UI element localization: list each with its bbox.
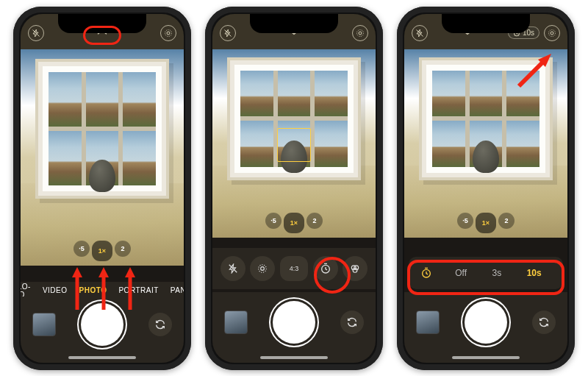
svg-point-7: [261, 266, 265, 270]
home-indicator[interactable]: [260, 356, 328, 359]
camera-app-screen: ·5 1× 2 4:3: [212, 14, 376, 363]
zoom-0-5x[interactable]: ·5: [74, 241, 90, 257]
filters-tool-icon[interactable]: [343, 256, 368, 281]
flash-icon[interactable]: [220, 25, 236, 41]
timer-options: Off 3s 10s: [442, 268, 554, 278]
device-notch: [58, 14, 146, 33]
mode-pano[interactable]: PANO: [171, 286, 184, 294]
svg-point-15: [551, 32, 553, 35]
camera-tools-row: 4:3: [212, 248, 376, 289]
subject-statue: [89, 160, 115, 192]
subject-statue: [473, 141, 499, 173]
last-photo-thumbnail[interactable]: [224, 311, 248, 334]
camera-bottom-bar: [212, 292, 376, 363]
camera-app-screen: ·5 1× 2 SLO-MO VIDEO PHOTO PORTRAIT PANO: [21, 14, 184, 363]
camera-bottom-bar: [404, 292, 567, 363]
timer-option-3s[interactable]: 3s: [492, 268, 502, 278]
svg-point-12: [353, 268, 357, 272]
shutter-button[interactable]: [81, 303, 123, 346]
phone-step-1: ·5 1× 2 SLO-MO VIDEO PHOTO PORTRAIT PANO: [13, 7, 191, 370]
svg-point-2: [165, 29, 172, 36]
mode-photo[interactable]: PHOTO: [79, 286, 107, 294]
timer-option-10s[interactable]: 10s: [527, 268, 542, 278]
switch-camera-button[interactable]: [340, 311, 364, 334]
zoom-controls: ·5 1× 2: [265, 213, 323, 233]
zoom-controls: ·5 1× 2: [457, 213, 514, 233]
timer-option-off[interactable]: Off: [455, 268, 467, 278]
aspect-ratio-tool[interactable]: 4:3: [280, 256, 308, 281]
flash-icon[interactable]: [412, 25, 428, 41]
svg-point-16: [549, 29, 556, 36]
phone-step-2: ·5 1× 2 4:3: [205, 7, 383, 370]
focus-indicator: [277, 128, 311, 162]
zoom-2x[interactable]: 2: [115, 241, 131, 257]
flash-icon[interactable]: [28, 25, 44, 41]
zoom-0-5x[interactable]: ·5: [457, 213, 473, 229]
svg-point-8: [259, 264, 267, 272]
switch-camera-button[interactable]: [148, 313, 172, 336]
camera-app-screen: 10s ·5 1× 2: [404, 14, 567, 363]
zoom-1x[interactable]: 1×: [476, 213, 496, 233]
camera-viewfinder[interactable]: ·5 1× 2: [212, 49, 376, 238]
live-tool-icon[interactable]: [250, 256, 275, 281]
photo-scene: [21, 49, 184, 266]
svg-point-4: [359, 32, 362, 35]
zoom-controls: ·5 1× 2: [74, 241, 131, 261]
timer-tool-icon[interactable]: [313, 256, 338, 281]
svg-point-1: [167, 32, 170, 35]
zoom-1x[interactable]: 1×: [92, 241, 112, 261]
timer-options-bar: Off 3s 10s: [409, 257, 563, 289]
device-notch: [250, 14, 338, 33]
svg-point-5: [357, 29, 364, 36]
photo-scene: [404, 49, 567, 238]
camera-viewfinder[interactable]: ·5 1× 2: [21, 49, 184, 266]
zoom-0-5x[interactable]: ·5: [265, 213, 282, 229]
timer-icon: [417, 264, 435, 282]
live-photo-icon[interactable]: [160, 25, 176, 41]
mode-portrait[interactable]: PORTRAIT: [118, 286, 158, 294]
camera-bottom-bar: [21, 297, 184, 363]
phone-step-3: 10s ·5 1× 2: [397, 7, 575, 370]
flash-tool-icon[interactable]: [220, 256, 245, 281]
device-notch: [442, 14, 530, 33]
last-photo-thumbnail[interactable]: [416, 311, 440, 334]
camera-viewfinder[interactable]: ·5 1× 2: [404, 49, 567, 238]
tutorial-three-up: ·5 1× 2 SLO-MO VIDEO PHOTO PORTRAIT PANO: [0, 0, 588, 376]
live-photo-icon[interactable]: [544, 25, 560, 41]
home-indicator[interactable]: [68, 356, 136, 359]
shutter-button[interactable]: [273, 301, 315, 344]
home-indicator[interactable]: [452, 356, 520, 359]
photo-scene: [212, 49, 376, 238]
switch-camera-button[interactable]: [532, 311, 556, 334]
zoom-1x[interactable]: 1×: [284, 213, 304, 233]
zoom-2x[interactable]: 2: [306, 213, 323, 229]
zoom-2x[interactable]: 2: [498, 213, 514, 229]
shutter-button[interactable]: [465, 301, 507, 344]
mode-video[interactable]: VIDEO: [43, 286, 68, 294]
live-photo-icon[interactable]: [352, 25, 368, 41]
last-photo-thumbnail[interactable]: [32, 313, 56, 336]
